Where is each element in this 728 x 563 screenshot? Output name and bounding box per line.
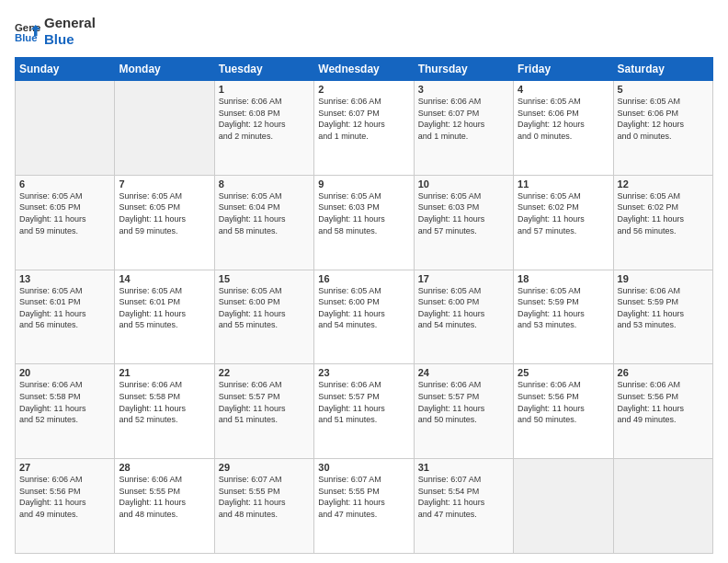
calendar-cell: 22Sunrise: 6:06 AM Sunset: 5:57 PM Dayli…: [214, 364, 313, 459]
calendar-cell: 5Sunrise: 6:05 AM Sunset: 6:06 PM Daylig…: [613, 81, 712, 176]
day-number: 19: [618, 273, 709, 284]
day-info: Sunrise: 6:05 AM Sunset: 5:59 PM Dayligh…: [518, 285, 609, 331]
calendar-cell: 7Sunrise: 6:05 AM Sunset: 6:05 PM Daylig…: [115, 175, 214, 270]
calendar-cell: [16, 81, 115, 176]
calendar-header-tuesday: Tuesday: [214, 58, 313, 81]
day-info: Sunrise: 6:05 AM Sunset: 6:00 PM Dayligh…: [318, 285, 409, 331]
day-info: Sunrise: 6:05 AM Sunset: 6:00 PM Dayligh…: [418, 285, 509, 331]
day-info: Sunrise: 6:06 AM Sunset: 5:58 PM Dayligh…: [119, 379, 210, 425]
day-number: 12: [618, 178, 709, 190]
calendar-cell: [115, 81, 214, 176]
calendar-cell: 16Sunrise: 6:05 AM Sunset: 6:00 PM Dayli…: [314, 270, 414, 364]
day-info: Sunrise: 6:07 AM Sunset: 5:54 PM Dayligh…: [418, 474, 509, 520]
logo: General Blue General Blue: [15, 15, 96, 48]
calendar-cell: 18Sunrise: 6:05 AM Sunset: 5:59 PM Dayli…: [514, 270, 613, 364]
calendar-week-1: 1Sunrise: 6:06 AM Sunset: 6:08 PM Daylig…: [16, 81, 713, 176]
day-info: Sunrise: 6:06 AM Sunset: 5:56 PM Dayligh…: [518, 379, 609, 425]
calendar-cell: 28Sunrise: 6:06 AM Sunset: 5:55 PM Dayli…: [115, 459, 214, 554]
day-number: 18: [518, 273, 609, 284]
calendar-header-saturday: Saturday: [613, 58, 712, 81]
day-info: Sunrise: 6:06 AM Sunset: 6:08 PM Dayligh…: [219, 96, 310, 142]
calendar-cell: 6Sunrise: 6:05 AM Sunset: 6:05 PM Daylig…: [16, 175, 115, 270]
calendar-header-row: SundayMondayTuesdayWednesdayThursdayFrid…: [16, 58, 713, 81]
calendar-cell: 13Sunrise: 6:05 AM Sunset: 6:01 PM Dayli…: [16, 270, 115, 364]
calendar-cell: 24Sunrise: 6:06 AM Sunset: 5:57 PM Dayli…: [414, 364, 513, 459]
calendar-cell: 1Sunrise: 6:06 AM Sunset: 6:08 PM Daylig…: [214, 81, 313, 176]
day-number: 21: [119, 367, 210, 378]
day-number: 29: [219, 462, 310, 473]
day-number: 26: [618, 367, 709, 378]
calendar-cell: 10Sunrise: 6:05 AM Sunset: 6:03 PM Dayli…: [414, 175, 513, 270]
calendar-header-monday: Monday: [115, 58, 214, 81]
day-number: 23: [318, 367, 409, 378]
day-info: Sunrise: 6:07 AM Sunset: 5:55 PM Dayligh…: [318, 474, 409, 520]
calendar-week-3: 13Sunrise: 6:05 AM Sunset: 6:01 PM Dayli…: [16, 270, 713, 364]
day-number: 7: [119, 178, 210, 190]
day-info: Sunrise: 6:05 AM Sunset: 6:06 PM Dayligh…: [518, 96, 609, 142]
day-info: Sunrise: 6:06 AM Sunset: 6:07 PM Dayligh…: [318, 96, 409, 142]
day-info: Sunrise: 6:06 AM Sunset: 5:55 PM Dayligh…: [119, 474, 210, 520]
calendar-cell: 26Sunrise: 6:06 AM Sunset: 5:56 PM Dayli…: [613, 364, 712, 459]
calendar-header-wednesday: Wednesday: [314, 58, 414, 81]
calendar-week-5: 27Sunrise: 6:06 AM Sunset: 5:56 PM Dayli…: [16, 459, 713, 554]
calendar-header-thursday: Thursday: [414, 58, 513, 81]
day-number: 11: [518, 178, 609, 190]
day-number: 13: [19, 273, 110, 284]
calendar-cell: 12Sunrise: 6:05 AM Sunset: 6:02 PM Dayli…: [613, 175, 712, 270]
day-info: Sunrise: 6:06 AM Sunset: 5:57 PM Dayligh…: [318, 379, 409, 425]
calendar-header-sunday: Sunday: [16, 58, 115, 81]
calendar-cell: 20Sunrise: 6:06 AM Sunset: 5:58 PM Dayli…: [16, 364, 115, 459]
day-info: Sunrise: 6:05 AM Sunset: 6:04 PM Dayligh…: [219, 190, 310, 236]
day-number: 8: [219, 178, 310, 190]
calendar-cell: 29Sunrise: 6:07 AM Sunset: 5:55 PM Dayli…: [214, 459, 313, 554]
calendar-week-2: 6Sunrise: 6:05 AM Sunset: 6:05 PM Daylig…: [16, 175, 713, 270]
day-info: Sunrise: 6:05 AM Sunset: 6:06 PM Dayligh…: [618, 96, 709, 142]
svg-text:Blue: Blue: [15, 32, 38, 43]
day-number: 22: [219, 367, 310, 378]
calendar-cell: 31Sunrise: 6:07 AM Sunset: 5:54 PM Dayli…: [414, 459, 513, 554]
day-number: 28: [119, 462, 210, 473]
day-info: Sunrise: 6:05 AM Sunset: 6:02 PM Dayligh…: [618, 190, 709, 236]
day-number: 16: [318, 273, 409, 284]
calendar-cell: 2Sunrise: 6:06 AM Sunset: 6:07 PM Daylig…: [314, 81, 414, 176]
day-info: Sunrise: 6:06 AM Sunset: 5:57 PM Dayligh…: [219, 379, 310, 425]
day-info: Sunrise: 6:05 AM Sunset: 6:01 PM Dayligh…: [119, 285, 210, 331]
logo-icon: General Blue: [15, 18, 40, 44]
calendar-cell: 4Sunrise: 6:05 AM Sunset: 6:06 PM Daylig…: [514, 81, 613, 176]
calendar-cell: [613, 459, 712, 554]
day-info: Sunrise: 6:06 AM Sunset: 6:07 PM Dayligh…: [418, 96, 509, 142]
day-info: Sunrise: 6:06 AM Sunset: 5:58 PM Dayligh…: [19, 379, 110, 425]
calendar-cell: 27Sunrise: 6:06 AM Sunset: 5:56 PM Dayli…: [16, 459, 115, 554]
calendar-cell: 3Sunrise: 6:06 AM Sunset: 6:07 PM Daylig…: [414, 81, 513, 176]
day-number: 1: [219, 84, 310, 95]
day-info: Sunrise: 6:05 AM Sunset: 6:05 PM Dayligh…: [119, 190, 210, 236]
day-info: Sunrise: 6:06 AM Sunset: 5:56 PM Dayligh…: [19, 474, 110, 520]
calendar-header-friday: Friday: [514, 58, 613, 81]
calendar-cell: 30Sunrise: 6:07 AM Sunset: 5:55 PM Dayli…: [314, 459, 414, 554]
day-number: 10: [418, 178, 509, 190]
logo-blue: Blue: [44, 31, 96, 48]
day-number: 9: [318, 178, 409, 190]
day-number: 6: [19, 178, 110, 190]
day-number: 15: [219, 273, 310, 284]
day-number: 20: [19, 367, 110, 378]
day-info: Sunrise: 6:05 AM Sunset: 6:02 PM Dayligh…: [518, 190, 609, 236]
day-number: 31: [418, 462, 509, 473]
day-number: 27: [19, 462, 110, 473]
calendar-cell: [514, 459, 613, 554]
day-number: 24: [418, 367, 509, 378]
calendar-week-4: 20Sunrise: 6:06 AM Sunset: 5:58 PM Dayli…: [16, 364, 713, 459]
calendar-table: SundayMondayTuesdayWednesdayThursdayFrid…: [15, 57, 713, 554]
day-number: 2: [318, 84, 409, 95]
calendar-cell: 15Sunrise: 6:05 AM Sunset: 6:00 PM Dayli…: [214, 270, 313, 364]
day-number: 4: [518, 84, 609, 95]
day-info: Sunrise: 6:05 AM Sunset: 6:03 PM Dayligh…: [418, 190, 509, 236]
header: General Blue General Blue: [15, 15, 713, 48]
calendar-cell: 8Sunrise: 6:05 AM Sunset: 6:04 PM Daylig…: [214, 175, 313, 270]
calendar-cell: 17Sunrise: 6:05 AM Sunset: 6:00 PM Dayli…: [414, 270, 513, 364]
day-info: Sunrise: 6:05 AM Sunset: 6:03 PM Dayligh…: [318, 190, 409, 236]
calendar-cell: 19Sunrise: 6:06 AM Sunset: 5:59 PM Dayli…: [613, 270, 712, 364]
day-info: Sunrise: 6:05 AM Sunset: 6:01 PM Dayligh…: [19, 285, 110, 331]
day-number: 5: [618, 84, 709, 95]
day-number: 14: [119, 273, 210, 284]
